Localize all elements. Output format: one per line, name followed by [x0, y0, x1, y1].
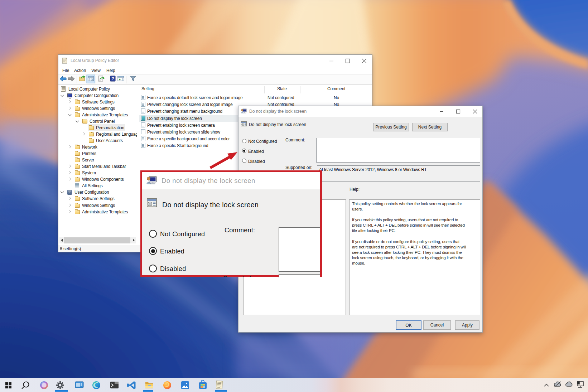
svg-text:?: ?: [111, 76, 114, 81]
